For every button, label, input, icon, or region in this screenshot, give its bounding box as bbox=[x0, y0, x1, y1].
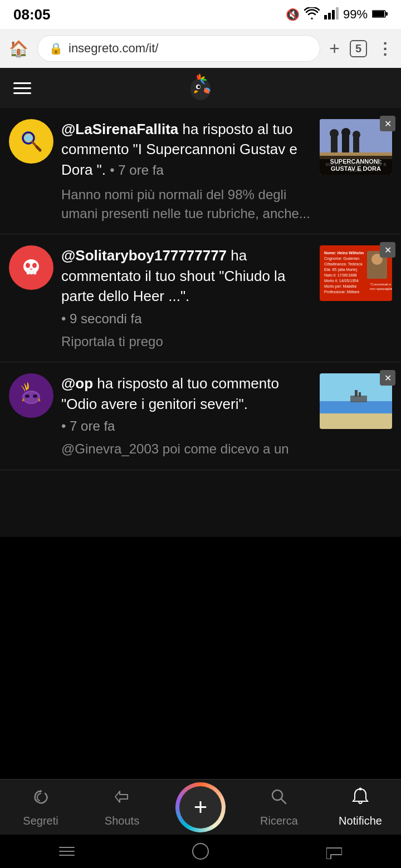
svg-rect-20 bbox=[342, 135, 349, 152]
wifi-icon bbox=[304, 7, 320, 22]
notification-preview: @Ginevra_2003 poi come dicevo a un bbox=[61, 440, 312, 458]
notification-username: @op bbox=[61, 375, 93, 392]
thumbnail-container: Nome: Heinz Wilhelm Cognome: Guderian Ci… bbox=[320, 245, 392, 301]
svg-point-21 bbox=[341, 128, 350, 137]
add-icon: + bbox=[194, 796, 208, 819]
add-button-inner: + bbox=[179, 786, 222, 828]
nav-item-segreti[interactable]: Segreti bbox=[13, 787, 69, 827]
app-header bbox=[0, 68, 401, 108]
notification-time: • 7 ore fa bbox=[110, 162, 163, 177]
android-home-button[interactable] bbox=[184, 840, 217, 862]
browser-actions: + 5 ⋮ bbox=[329, 38, 392, 59]
notifiche-icon bbox=[350, 787, 370, 811]
skull-avatar-icon bbox=[16, 252, 47, 283]
svg-point-51 bbox=[33, 394, 37, 398]
notification-action: ha risposto al tuo commento "Odio avere … bbox=[61, 375, 279, 412]
notification-title: @op ha risposto al tuo commento "Odio av… bbox=[61, 373, 312, 414]
svg-rect-24 bbox=[320, 159, 392, 175]
android-home-circle bbox=[192, 843, 209, 860]
svg-text:"Concentrati e: "Concentrati e bbox=[370, 283, 391, 286]
shouts-icon bbox=[112, 787, 132, 811]
thumbnail-container: ✕ bbox=[320, 373, 392, 429]
browser-menu-button[interactable]: ⋮ bbox=[377, 40, 392, 58]
notification-content: @LaSirenaFallita ha risposto al tuo comm… bbox=[61, 119, 312, 223]
status-time: 08:05 bbox=[13, 6, 51, 23]
svg-rect-17 bbox=[320, 152, 392, 175]
notification-content: @Solitaryboy177777777 ha commentato il t… bbox=[61, 245, 312, 351]
thumbnail-delete-button[interactable]: ✕ bbox=[380, 370, 395, 386]
url-text: insegreto.com/it/ bbox=[69, 41, 158, 56]
svg-rect-31 bbox=[27, 271, 30, 274]
svg-text:SUPERCANNONI: GUSTAV E: SUPERCANNONI: GUSTAV E bbox=[325, 162, 387, 167]
hamburger-menu[interactable] bbox=[13, 82, 31, 94]
android-back-button[interactable] bbox=[50, 840, 84, 862]
app-logo bbox=[184, 71, 217, 105]
thumbnail-delete-button[interactable]: ✕ bbox=[380, 242, 395, 258]
status-icons: 🔇 99% bbox=[286, 7, 388, 22]
lock-icon: 🔒 bbox=[49, 42, 63, 55]
signal-icon bbox=[324, 7, 339, 22]
android-recents-button[interactable] bbox=[317, 840, 351, 862]
svg-point-50 bbox=[25, 394, 30, 398]
thumbnail-container: SUPERCANNONI: GUSTAV E DORA ✕ bbox=[320, 119, 392, 175]
svg-point-9 bbox=[198, 86, 200, 88]
magnifier-avatar-icon bbox=[14, 125, 48, 158]
svg-rect-54 bbox=[320, 413, 392, 429]
svg-point-58 bbox=[40, 790, 42, 792]
svg-rect-32 bbox=[30, 271, 33, 274]
svg-rect-56 bbox=[355, 390, 358, 397]
notifications-container: @LaSirenaFallita ha risposto al tuo comm… bbox=[0, 108, 401, 537]
svg-text:Nato il: 17/06/1888: Nato il: 17/06/1888 bbox=[324, 273, 357, 277]
status-bar: 08:05 🔇 99% bbox=[0, 0, 401, 29]
nav-item-ricerca[interactable]: Ricerca bbox=[251, 787, 307, 827]
browser-bar: 🏠 🔒 insegreto.com/it/ + 5 ⋮ bbox=[0, 29, 401, 68]
mask-avatar-icon bbox=[15, 379, 47, 412]
svg-rect-1 bbox=[328, 13, 331, 19]
notification-title: @Solitaryboy177777777 ha commentato il t… bbox=[61, 245, 312, 306]
svg-text:Età: 65 (alla Morte): Età: 65 (alla Morte) bbox=[324, 268, 358, 272]
notification-item[interactable]: @op ha risposto al tuo commento "Odio av… bbox=[0, 362, 401, 470]
svg-point-19 bbox=[330, 129, 339, 138]
svg-rect-18 bbox=[331, 136, 338, 152]
svg-point-30 bbox=[32, 263, 37, 268]
notification-time: • 7 ore fa bbox=[61, 418, 312, 434]
nav-label-segreti: Segreti bbox=[23, 815, 58, 827]
svg-rect-3 bbox=[336, 7, 339, 19]
notification-item[interactable]: @LaSirenaFallita ha risposto al tuo comm… bbox=[0, 108, 401, 234]
nav-label-ricerca: Ricerca bbox=[260, 815, 298, 827]
svg-point-10 bbox=[14, 125, 48, 158]
tabs-button[interactable]: 5 bbox=[350, 40, 367, 57]
notification-title: @LaSirenaFallita ha risposto al tuo comm… bbox=[61, 119, 312, 180]
android-nav bbox=[0, 835, 401, 868]
new-tab-button[interactable]: + bbox=[329, 38, 340, 59]
thumbnail-delete-button[interactable]: ✕ bbox=[380, 116, 395, 131]
notification-preview: Riportala ti prego bbox=[61, 332, 312, 351]
svg-text:DORA: DORA bbox=[349, 168, 363, 173]
nav-item-shouts[interactable]: Shouts bbox=[94, 787, 150, 827]
svg-rect-0 bbox=[324, 15, 327, 19]
svg-text:non sparpagliati": non sparpagliati" bbox=[370, 287, 392, 290]
home-icon[interactable]: 🏠 bbox=[9, 40, 28, 58]
svg-text:Nome: Heinz Wilhelm: Nome: Heinz Wilhelm bbox=[324, 251, 364, 255]
svg-rect-57 bbox=[359, 392, 361, 397]
svg-point-23 bbox=[353, 131, 360, 139]
add-button[interactable]: + bbox=[175, 782, 226, 832]
svg-text:Cittadinanza: Tedesca: Cittadinanza: Tedesca bbox=[324, 262, 363, 266]
avatar bbox=[9, 373, 53, 418]
hamburger-line-3 bbox=[13, 92, 31, 94]
svg-text:Professione: Militare: Professione: Militare bbox=[324, 290, 360, 294]
notification-content: @op ha risposto al tuo commento "Odio av… bbox=[61, 373, 312, 458]
notification-username: @LaSirenaFallita bbox=[61, 121, 178, 137]
battery-icon bbox=[372, 8, 388, 21]
hamburger-line-1 bbox=[13, 82, 31, 84]
notification-item[interactable]: @Solitaryboy177777777 ha commentato il t… bbox=[0, 234, 401, 362]
url-bar[interactable]: 🔒 insegreto.com/it/ bbox=[37, 35, 320, 62]
notification-username: @Solitaryboy177777777 bbox=[61, 247, 227, 264]
notification-time: • 9 secondi fa bbox=[61, 311, 312, 327]
nav-label-notifiche: Notifiche bbox=[339, 815, 382, 827]
ricerca-icon bbox=[269, 787, 289, 811]
bird-logo-svg bbox=[184, 71, 217, 105]
hamburger-line-2 bbox=[13, 87, 31, 89]
svg-point-29 bbox=[26, 263, 30, 268]
nav-item-notifiche[interactable]: Notifiche bbox=[332, 787, 388, 827]
